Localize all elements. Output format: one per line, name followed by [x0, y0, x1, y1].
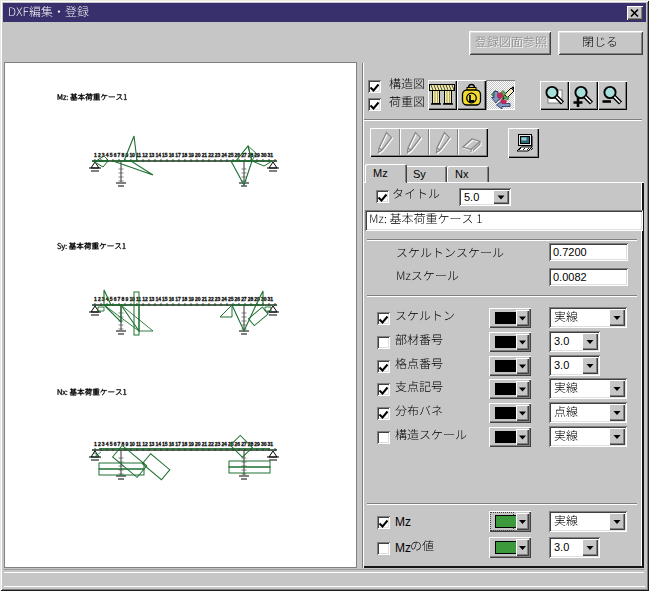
svg-text:1 2 3 4 5 6 7 8 9 10 11 12 13: 1 2 3 4 5 6 7 8 9 10 11 12 13 14 15 16 1…: [94, 152, 273, 158]
svg-text:1 2 3 4 5 6 7 8 9 10 11 12 13: 1 2 3 4 5 6 7 8 9 10 11 12 13 14 15 16 1…: [94, 296, 273, 302]
